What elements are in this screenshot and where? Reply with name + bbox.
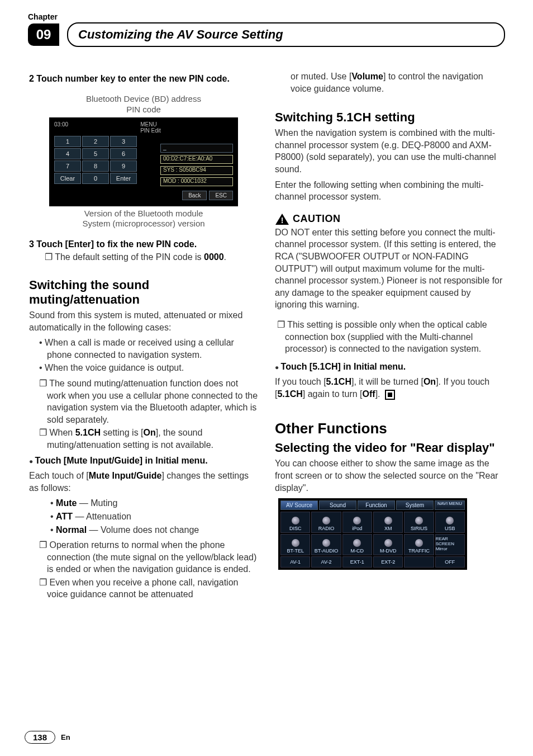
usb-icon [446,517,454,525]
touch-mute-desc: Each touch of [Mute Input/Guide] changes… [29,470,258,494]
chapter-number-badge: 09 [28,23,59,46]
av-tab-sound[interactable]: Sound [319,500,356,510]
chapter-label: Chapter [28,12,505,21]
pin-esc-button[interactable]: ESC [209,191,233,200]
rear-display-desc: You can choose either to show the same i… [275,457,504,494]
page-title: Customizing the AV Source Setting [67,22,505,47]
av-radio[interactable]: RADIO [311,512,341,533]
heading-other-functions: Other Functions [275,420,504,437]
caution-icon: ! [275,213,289,225]
av-ipod[interactable]: iPod [342,512,372,533]
key-0[interactable]: 0 [82,173,109,184]
page-number: 138 [25,731,55,744]
av-av2[interactable]: AV-2 [311,556,341,568]
step-3-heading: 3 Touch [Enter] to fix the new PIN code. [29,239,258,249]
svg-text:!: ! [281,216,284,225]
opt-att: ATT — Attenuation [50,511,258,523]
pin-menu-label: MENU [140,121,156,127]
key-8[interactable]: 8 [82,160,109,172]
p51b: Enter the following setting when combini… [275,179,504,203]
key-5[interactable]: 5 [82,148,109,159]
continuation-para: or muted. Use [Volume] to control the na… [291,70,504,94]
opt-mute: Mute — Muting [50,497,258,509]
mute-note-1: The sound muting/attenuation function do… [39,377,258,426]
key-1[interactable]: 1 [54,136,81,147]
av-disc[interactable]: DISC [280,512,310,533]
key-enter[interactable]: Enter [110,173,137,184]
av-ext2[interactable]: EXT-2 [373,556,403,568]
av-btaudio[interactable]: BT-AUDIO [311,534,341,555]
pin-caption-btmod: Version of the Bluetooth module [84,209,203,218]
pin-field-value: _ [160,144,233,153]
av-mcd[interactable]: M-CD [342,534,372,555]
av-xm[interactable]: XM [373,512,403,533]
pin-caption-pin: PIN code [126,105,161,114]
heading-rear-display: Selecting the video for "Rear display" [275,441,504,455]
step-2-heading: 2 Touch number key to enter the new PIN … [29,74,258,84]
mute-note-2: When 5.1CH setting is [On], the sound mu… [39,427,258,451]
opt-note-2: Even when you receive a phone call, navi… [39,577,258,601]
key-2[interactable]: 2 [82,136,109,147]
touch-mute-heading: Touch [Mute Input/Guide] in Initial menu… [29,455,258,467]
pin-field-mod: MOD : 000C1032 [160,177,233,186]
pin-back-button[interactable]: Back [182,191,207,200]
pin-time: 03:00 [54,121,68,134]
av-ext1[interactable]: EXT-1 [342,556,372,568]
key-7[interactable]: 7 [54,160,81,172]
mute-intro: Sound from this system is muted, attenua… [29,309,258,333]
caution-label: CAUTION [293,213,341,225]
sirius-icon [415,517,423,525]
mute-bullet-1: When a call is made or received using a … [39,337,258,361]
page-language: En [61,733,70,741]
mute-bullet-2: When the voice guidance is output. [39,362,258,374]
av-mdvd[interactable]: M-DVD [373,534,403,555]
av-tab-navi[interactable]: NAVI MENU [435,500,465,510]
heading-51ch: Switching 5.1CH setting [275,110,504,125]
ipod-icon [353,517,361,525]
key-6[interactable]: 6 [110,148,137,159]
pin-field-bd: 00:D2:C7:EE:A0:A0 [160,155,233,164]
key-3[interactable]: 3 [110,136,137,147]
pin-sub-label: PIN Edit [140,127,161,134]
touch-51ch-desc: If you touch [5.1CH], it will be turned … [275,376,504,400]
heading-mute: Switching the sound muting/attenuation [29,278,258,307]
disc-icon [292,517,299,525]
av-av1[interactable]: AV-1 [280,556,310,568]
av-rear-screen[interactable]: REAR SCREEN Mirror [435,534,465,555]
btaudio-icon [322,539,330,547]
radio-icon [322,517,330,525]
pin-caption-bottom: Version of the Bluetooth module System (… [29,209,258,230]
av-source-screenshot: AV Source Sound Function System NAVI MEN… [278,498,467,570]
pin-caption-sysver: System (microprocessor) version [82,219,204,228]
note-51ch: This setting is possible only when the o… [277,319,504,355]
mcd-icon [353,539,361,547]
section-end-icon [385,390,395,400]
av-sirius[interactable]: SIRIUS [404,512,434,533]
step-3-note: The default setting of the PIN code is 0… [45,252,258,262]
av-usb[interactable]: USB [435,512,465,533]
pin-caption-top: Bluetooth Device (BD) address PIN code [29,94,258,115]
caution-body: DO NOT enter this setting before you con… [275,226,504,311]
pin-field-sys: SYS : S050BC94 [160,166,233,175]
av-tab-source[interactable]: AV Source [280,500,318,510]
key-clear[interactable]: Clear [54,173,81,184]
av-blank [404,556,434,568]
opt-note-1: Operation returns to normal when the pho… [39,539,258,575]
p51a: When the navigation system is combined w… [275,127,504,175]
pin-editor-screenshot: 03:00 MENU PIN Edit 1 2 3 4 5 6 [49,117,238,206]
xm-icon [384,517,392,525]
traffic-icon [415,539,423,547]
pin-keypad: 1 2 3 4 5 6 7 8 9 Clear 0 Enter [54,136,137,200]
av-tab-system[interactable]: System [396,500,434,510]
pin-caption-bd: Bluetooth Device (BD) address [86,94,201,103]
key-4[interactable]: 4 [54,148,81,159]
key-9[interactable]: 9 [110,160,137,172]
av-bttel[interactable]: BT-TEL [280,534,310,555]
av-traffic[interactable]: TRAFFIC [404,534,434,555]
mdvd-icon [384,539,392,547]
av-off[interactable]: OFF [435,556,465,568]
bttel-icon [292,539,299,547]
touch-51ch-heading: Touch [5.1CH] in Initial menu. [275,361,504,373]
av-tab-function[interactable]: Function [358,500,395,510]
opt-normal: Normal — Volume does not change [50,524,258,536]
